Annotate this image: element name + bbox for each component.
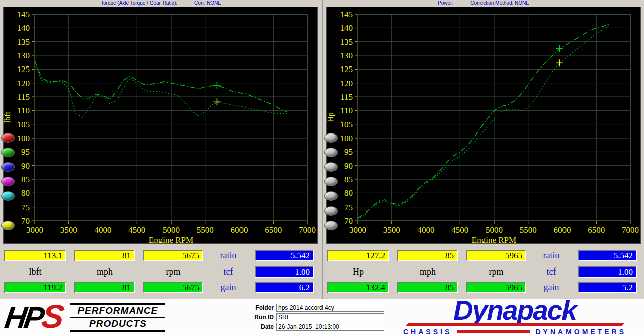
svg-text:6500: 6500	[588, 225, 605, 235]
power-cursor-yellow-mph: 85	[397, 250, 458, 261]
svg-text:4000: 4000	[95, 225, 112, 235]
svg-text:lbft: lbft	[4, 111, 12, 123]
svg-text:100: 100	[340, 133, 353, 143]
svg-text:5000: 5000	[486, 225, 503, 235]
run-id-label: Run ID	[250, 314, 274, 321]
svg-text:80: 80	[21, 188, 30, 198]
hps-performance-text: PERFORMANCE	[70, 305, 165, 318]
dyno-panels: Torque (Axle Torque / Gear Ratio): Corr:…	[0, 0, 644, 299]
torque-tcf-value[interactable]: 1.00	[255, 266, 314, 278]
dynapack-wordmark: Dynapack	[453, 299, 576, 322]
folder-label: Folder	[250, 304, 274, 311]
channel-button[interactable]	[324, 221, 338, 230]
channel-button[interactable]	[1, 133, 15, 143]
svg-text:105: 105	[340, 120, 353, 129]
power-tcf-label: tcf	[528, 266, 575, 278]
torque-ratio-label: ratio	[205, 250, 252, 261]
torque-chart[interactable]: 7075808590951001051101151201251301351401…	[3, 7, 318, 244]
power-ratio-label: ratio	[528, 250, 575, 261]
svg-text:100: 100	[17, 133, 30, 143]
torque-unit-lbft: lbft	[4, 266, 66, 278]
torque-cursor-yellow-lbft: 113.1	[4, 250, 66, 261]
channel-button[interactable]	[1, 191, 15, 201]
power-cursor-green-mph: 85	[397, 282, 458, 293]
hps-logo: HPS PERFORMANCE PRODUCTS	[5, 302, 244, 332]
svg-text:125: 125	[17, 64, 30, 74]
svg-text:105: 105	[17, 120, 30, 129]
power-unit-rpm: rpm	[466, 266, 526, 278]
channel-button[interactable]	[324, 191, 338, 201]
power-ratio-value[interactable]: 5.542	[578, 250, 637, 261]
svg-text:145: 145	[340, 10, 353, 19]
hps-logo-text: HPS	[3, 302, 64, 332]
svg-text:145: 145	[17, 10, 30, 19]
power-header-title: Power:	[438, 1, 453, 6]
power-unit-hp: Hp	[327, 266, 389, 278]
power-unit-mph: mph	[397, 266, 458, 278]
torque-panel: Torque (Axle Torque / Gear Ratio): Corr:…	[0, 0, 322, 299]
power-cursor-yellow-hp: 127.2	[327, 250, 389, 261]
svg-text:3500: 3500	[383, 225, 400, 235]
svg-text:4500: 4500	[128, 225, 145, 235]
power-chart-area: 7075808590951001051101151201251301351401…	[323, 6, 644, 246]
channel-button[interactable]	[1, 177, 15, 186]
torque-gain-label: gain	[205, 282, 252, 293]
dynapack-red-bar	[457, 330, 530, 333]
torque-cursor-yellow-rpm: 5675	[143, 250, 203, 261]
svg-text:7000: 7000	[622, 225, 639, 235]
svg-text:140: 140	[17, 23, 30, 33]
torque-header-title: Torque (Axle Torque / Gear Ratio):	[101, 1, 177, 6]
power-gain-label: gain	[528, 282, 575, 293]
torque-unit-rpm: rpm	[143, 266, 203, 278]
footer-bar: HPS PERFORMANCE PRODUCTS Folder Run ID D…	[0, 299, 644, 335]
svg-text:125: 125	[340, 64, 353, 74]
channel-button[interactable]	[1, 162, 15, 172]
svg-text:4000: 4000	[418, 225, 435, 235]
svg-text:110: 110	[340, 106, 353, 115]
torque-panel-header: Torque (Axle Torque / Gear Ratio): Corr:…	[0, 0, 322, 6]
channel-button[interactable]	[1, 221, 15, 230]
folder-field[interactable]	[276, 304, 384, 312]
svg-text:70: 70	[344, 216, 353, 226]
torque-cursor-yellow-mph: 81	[74, 250, 135, 261]
torque-ratio-value[interactable]: 5.542	[255, 250, 314, 261]
svg-text:Hp: Hp	[327, 112, 335, 122]
svg-text:7000: 7000	[299, 225, 316, 235]
power-tcf-value[interactable]: 1.00	[578, 266, 637, 278]
date-field[interactable]	[276, 323, 384, 331]
dynapack-chassis-text: CHASSIS	[403, 328, 452, 335]
torque-unit-mph: mph	[74, 266, 135, 278]
torque-tcf-label: tcf	[205, 266, 252, 278]
channel-button[interactable]	[324, 148, 338, 157]
torque-chart-area: 7075808590951001051101151201251301351401…	[0, 6, 322, 246]
power-cursor-green-hp: 132.4	[327, 282, 389, 293]
torque-cursor-green-rpm: 5675	[143, 282, 203, 293]
channel-button[interactable]	[324, 177, 338, 186]
svg-text:135: 135	[340, 37, 353, 47]
svg-text:90: 90	[21, 161, 30, 171]
torque-header-correction: Corr: NONE	[194, 1, 221, 6]
svg-text:5000: 5000	[163, 225, 180, 235]
svg-text:4500: 4500	[451, 225, 468, 235]
svg-text:135: 135	[17, 37, 30, 47]
channel-button[interactable]	[324, 133, 338, 143]
svg-text:85: 85	[21, 175, 30, 184]
power-cursor-yellow-rpm: 5965	[466, 250, 526, 261]
svg-text:5500: 5500	[197, 225, 214, 235]
torque-readout: 113.1 81 5675 ratio 5.542 lbft mph rpm t…	[0, 246, 322, 299]
channel-button[interactable]	[324, 206, 338, 216]
dynapack-swoosh	[405, 323, 624, 326]
svg-text:95: 95	[21, 147, 30, 157]
channel-button[interactable]	[324, 162, 338, 172]
svg-text:Engine RPM: Engine RPM	[472, 235, 516, 243]
hps-products-text: PRODUCTS	[70, 318, 165, 330]
run-id-field[interactable]	[276, 313, 384, 321]
power-chart[interactable]: 7075808590951001051101151201251301351401…	[326, 7, 641, 244]
channel-button[interactable]	[1, 148, 15, 157]
dynapack-subtitle: CHASSIS DYNAMOMETERS	[403, 328, 626, 335]
svg-text:6500: 6500	[265, 225, 282, 235]
svg-text:5500: 5500	[520, 225, 537, 235]
svg-text:6000: 6000	[231, 225, 248, 235]
date-label: Date	[250, 323, 274, 330]
dynapack-dynamometers-text: DYNAMOMETERS	[535, 328, 626, 335]
